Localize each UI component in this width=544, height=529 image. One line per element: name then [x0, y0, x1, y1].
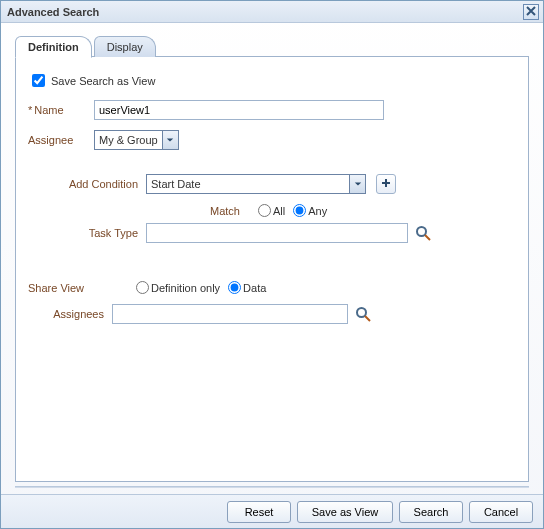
svg-point-2: [357, 308, 366, 317]
task-type-lookup-button[interactable]: [414, 224, 432, 242]
tab-definition-label: Definition: [28, 41, 79, 53]
match-all-label: All: [273, 205, 285, 217]
task-type-row: Task Type: [28, 223, 516, 243]
task-type-input[interactable]: [146, 223, 408, 243]
save-as-view-checkbox[interactable]: [32, 74, 45, 87]
cancel-button[interactable]: Cancel: [469, 501, 533, 523]
search-icon: [415, 225, 431, 241]
save-as-view-row: Save Search as View: [28, 71, 516, 90]
definition-panel: Save Search as View *Name Assignee My & …: [15, 57, 529, 482]
share-definition-label: Definition only: [151, 282, 220, 294]
assignee-selected: My & Group: [95, 134, 162, 146]
tab-bar: Definition Display: [15, 31, 529, 57]
close-button[interactable]: [523, 4, 539, 20]
share-data-label: Data: [243, 282, 266, 294]
advanced-search-dialog: Advanced Search Definition Display Save …: [0, 0, 544, 529]
share-definition-radio[interactable]: [136, 281, 149, 294]
assignees-lookup-button[interactable]: [354, 305, 372, 323]
add-condition-label: Add Condition: [28, 178, 146, 190]
match-all-radio[interactable]: [258, 204, 271, 217]
tab-display-label: Display: [107, 41, 143, 53]
content-area: Definition Display Save Search as View *…: [1, 23, 543, 494]
titlebar: Advanced Search: [1, 1, 543, 23]
share-view-row: Share View Definition only Data: [28, 281, 516, 294]
add-condition-button[interactable]: [376, 174, 396, 194]
assignee-label: Assignee: [28, 134, 94, 146]
svg-line-3: [365, 316, 370, 321]
add-condition-row: Add Condition Start Date: [28, 174, 516, 194]
footer-separator: [15, 486, 529, 488]
tab-definition[interactable]: Definition: [15, 36, 92, 58]
tab-display[interactable]: Display: [94, 36, 156, 57]
required-marker: *: [28, 104, 32, 116]
name-row: *Name: [28, 100, 516, 120]
reset-button[interactable]: Reset: [227, 501, 291, 523]
add-condition-select[interactable]: Start Date: [146, 174, 366, 194]
match-any-radio[interactable]: [293, 204, 306, 217]
search-icon: [355, 306, 371, 322]
assignees-label: Assignees: [28, 308, 112, 320]
task-type-label: Task Type: [28, 227, 146, 239]
svg-line-1: [425, 235, 430, 240]
share-view-label: Share View: [28, 282, 112, 294]
assignees-row: Assignees: [28, 304, 516, 324]
add-condition-selected: Start Date: [147, 178, 349, 190]
chevron-down-icon: [162, 131, 178, 149]
assignee-row: Assignee My & Group: [28, 130, 516, 150]
assignees-input[interactable]: [112, 304, 348, 324]
name-label: *Name: [28, 104, 94, 116]
chevron-down-icon: [349, 175, 365, 193]
save-as-view-button[interactable]: Save as View: [297, 501, 393, 523]
plus-icon: [381, 178, 391, 190]
search-button[interactable]: Search: [399, 501, 463, 523]
share-data-radio[interactable]: [228, 281, 241, 294]
match-row: Match All Any: [210, 204, 516, 217]
save-as-view-label: Save Search as View: [51, 75, 155, 87]
name-input[interactable]: [94, 100, 384, 120]
close-icon: [526, 6, 536, 18]
match-label: Match: [210, 205, 240, 217]
footer-bar: Reset Save as View Search Cancel: [1, 494, 543, 528]
dialog-title: Advanced Search: [7, 6, 99, 18]
match-any-label: Any: [308, 205, 327, 217]
svg-point-0: [417, 227, 426, 236]
assignee-select[interactable]: My & Group: [94, 130, 179, 150]
